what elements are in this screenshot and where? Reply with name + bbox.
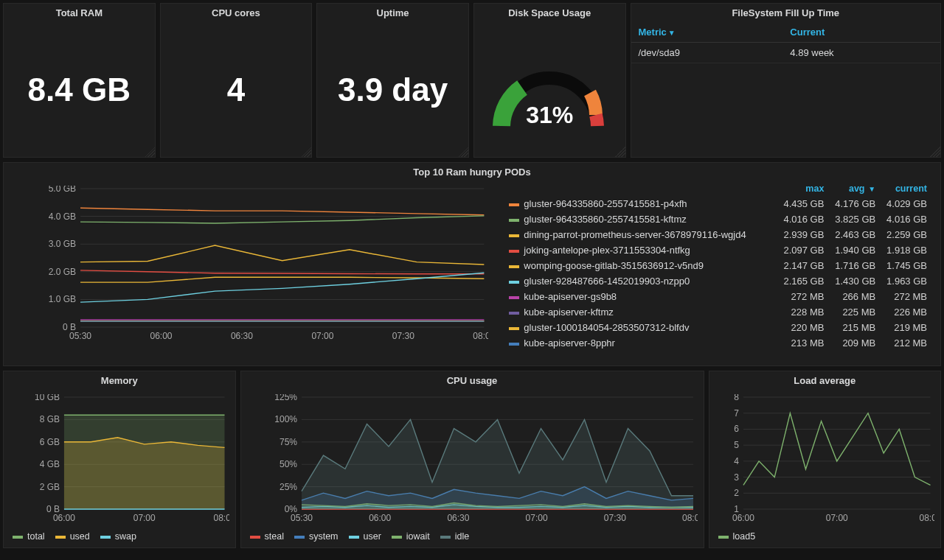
memory-chart[interactable]: 0 B2 GB4 GB6 GB8 GB10 GB06:0007:0008:00 <box>4 390 235 528</box>
filesystem-table: Metric▼ Current /dev/sda94.89 week <box>631 22 940 63</box>
svg-text:8: 8 <box>734 394 739 402</box>
panel-total-ram[interactable]: Total RAM 8.4 GB <box>3 3 156 158</box>
resize-handle-icon[interactable] <box>930 147 940 157</box>
series-name: gluster-928487666-1452019903-nzpp0 <box>506 273 775 289</box>
table-row[interactable]: kube-apiserver-8pphr213 MB209 MB212 MB <box>506 335 930 351</box>
panel-load-average[interactable]: Load average 1234567806:0007:0008:00 loa… <box>709 371 942 548</box>
series-avg: 3.825 GB <box>827 211 878 227</box>
panel-title: CPU usage <box>241 371 704 390</box>
col-current[interactable]: Current <box>782 22 940 43</box>
svg-text:8 GB: 8 GB <box>40 414 60 424</box>
series-avg: 225 MB <box>827 304 878 320</box>
series-avg: 209 MB <box>827 335 878 351</box>
table-row[interactable]: gluster-964335860-2557415581-p4xfh4.435 … <box>506 196 930 211</box>
series-avg: 4.176 GB <box>827 196 878 211</box>
table-row[interactable]: /dev/sda94.89 week <box>631 43 940 63</box>
table-row[interactable]: kube-apiserver-kftmz228 MB225 MB226 MB <box>506 304 930 320</box>
stat-value-ram: 8.4 GB <box>4 22 155 157</box>
sort-down-icon: ▼ <box>867 185 876 193</box>
load-average-legend: load5 <box>709 528 941 547</box>
panel-title: Total RAM <box>4 4 155 22</box>
series-cur: 4.029 GB <box>878 196 930 211</box>
table-row[interactable]: dining-parrot-prometheus-server-36789791… <box>506 227 930 242</box>
panel-disk-usage[interactable]: Disk Space Usage 31% <box>473 3 626 158</box>
svg-text:4 GB: 4 GB <box>40 459 60 469</box>
resize-handle-icon[interactable] <box>145 147 155 157</box>
table-row[interactable]: gluster-964335860-2557415581-kftmz4.016 … <box>506 211 930 227</box>
series-max: 220 MB <box>776 320 827 335</box>
panel-cpu-usage[interactable]: CPU usage 0%25%50%75%100%125%05:3006:000… <box>240 371 704 548</box>
svg-text:125%: 125% <box>274 394 297 402</box>
table-row[interactable]: gluster-1000184054-2853507312-blfdv220 M… <box>506 320 930 335</box>
series-name: kube-apiserver-gs9b8 <box>506 289 775 304</box>
cpu-usage-chart[interactable]: 0%25%50%75%100%125%05:3006:0006:3007:000… <box>241 390 704 528</box>
svg-text:05:30: 05:30 <box>69 331 91 341</box>
table-row[interactable]: joking-antelope-plex-3711553304-ntfkg2.0… <box>506 242 930 258</box>
table-row[interactable]: womping-goose-gitlab-3515636912-v5nd92.1… <box>506 258 930 273</box>
series-cur: 226 MB <box>878 304 930 320</box>
svg-text:08:00: 08:00 <box>473 331 488 341</box>
svg-text:7: 7 <box>734 408 739 419</box>
svg-text:3: 3 <box>734 472 739 483</box>
panel-memory[interactable]: Memory 0 B2 GB4 GB6 GB8 GB10 GB06:0007:0… <box>3 371 236 548</box>
col-metric[interactable]: Metric▼ <box>631 22 783 43</box>
svg-text:6: 6 <box>734 424 739 434</box>
svg-text:07:30: 07:30 <box>603 513 625 523</box>
col-current[interactable]: current <box>878 181 930 196</box>
series-name: kube-apiserver-kftmz <box>506 304 775 320</box>
series-max: 2.147 GB <box>776 258 827 273</box>
col-avg[interactable]: avg ▼ <box>827 181 878 196</box>
series-avg: 1.940 GB <box>827 242 878 258</box>
svg-text:2.0 GB: 2.0 GB <box>49 267 76 277</box>
panel-title: Memory <box>4 371 235 390</box>
memory-legend: total used swap <box>4 528 235 547</box>
svg-text:06:00: 06:00 <box>732 513 754 523</box>
gauge-value: 31% <box>487 102 612 129</box>
series-avg: 1.716 GB <box>827 258 878 273</box>
svg-text:1.0 GB: 1.0 GB <box>49 294 76 304</box>
load-average-chart[interactable]: 1234567806:0007:0008:00 <box>709 390 941 528</box>
series-cur: 272 MB <box>878 289 930 304</box>
svg-text:2 GB: 2 GB <box>40 482 60 492</box>
svg-text:08:00: 08:00 <box>214 513 229 523</box>
fs-metric: /dev/sda9 <box>631 43 783 63</box>
series-name: gluster-964335860-2557415581-kftmz <box>506 211 775 227</box>
panel-cpu-cores[interactable]: CPU cores 4 <box>160 3 313 158</box>
series-max: 2.939 GB <box>776 227 827 242</box>
series-name: gluster-964335860-2557415581-p4xfh <box>506 196 775 211</box>
ram-pods-chart[interactable]: 0 B1.0 GB2.0 GB3.0 GB4.0 GB5.0 GB05:3006… <box>4 181 496 365</box>
stat-value-cpu: 4 <box>161 22 312 157</box>
series-max: 4.435 GB <box>776 196 827 211</box>
resize-handle-icon[interactable] <box>301 147 311 157</box>
panel-uptime[interactable]: Uptime 3.9 day <box>316 3 469 158</box>
svg-text:06:30: 06:30 <box>231 331 253 341</box>
svg-text:5.0 GB: 5.0 GB <box>49 186 76 194</box>
series-name: kube-apiserver-8pphr <box>506 335 775 351</box>
fs-current: 4.89 week <box>782 43 940 63</box>
panel-ram-pods[interactable]: Top 10 Ram hungry PODs 0 B1.0 GB2.0 GB3.… <box>3 162 941 366</box>
series-max: 4.016 GB <box>776 211 827 227</box>
panel-title: FileSystem Fill Up Time <box>631 4 940 22</box>
series-cur: 219 MB <box>878 320 930 335</box>
series-max: 213 MB <box>776 335 827 351</box>
panel-filesystem-fillup[interactable]: FileSystem Fill Up Time Metric▼ Current … <box>631 3 941 158</box>
table-row[interactable]: kube-apiserver-gs9b8272 MB266 MB272 MB <box>506 289 930 304</box>
svg-text:3.0 GB: 3.0 GB <box>49 239 76 249</box>
svg-text:4: 4 <box>734 456 739 466</box>
svg-text:07:00: 07:00 <box>311 331 333 341</box>
panel-title: Disk Space Usage <box>474 4 625 22</box>
series-cur: 2.259 GB <box>878 227 930 242</box>
col-max[interactable]: max <box>776 181 827 196</box>
series-avg: 2.463 GB <box>827 227 878 242</box>
svg-text:07:30: 07:30 <box>392 331 414 341</box>
svg-text:05:30: 05:30 <box>290 513 312 523</box>
resize-handle-icon[interactable] <box>458 147 468 157</box>
svg-text:100%: 100% <box>274 414 297 424</box>
resize-handle-icon[interactable] <box>615 147 625 157</box>
series-name: dining-parrot-prometheus-server-36789791… <box>506 227 775 242</box>
svg-text:06:30: 06:30 <box>447 513 469 523</box>
table-row[interactable]: gluster-928487666-1452019903-nzpp02.165 … <box>506 273 930 289</box>
series-name: gluster-1000184054-2853507312-blfdv <box>506 320 775 335</box>
svg-text:6 GB: 6 GB <box>40 437 60 447</box>
svg-text:06:00: 06:00 <box>53 513 75 523</box>
